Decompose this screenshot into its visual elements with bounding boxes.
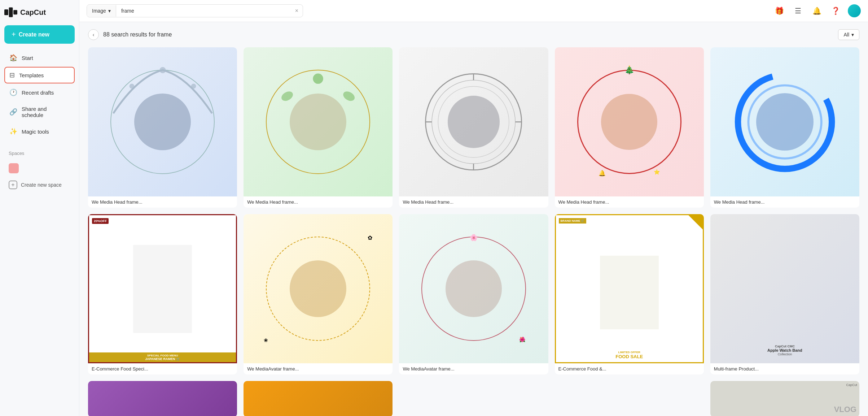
share-icon: 🔗 bbox=[9, 108, 17, 116]
user-avatar[interactable] bbox=[848, 4, 861, 17]
templates-grid: We Media Head frame... bbox=[88, 47, 859, 208]
card-label: We MediaAvatar frame... bbox=[399, 363, 548, 374]
template-card[interactable]: We Media Head frame... bbox=[710, 47, 859, 208]
space-item[interactable] bbox=[4, 160, 75, 176]
card-thumbnail: BRAND NAME 🛒 LIMITED OFFER FOOD SALE bbox=[555, 214, 704, 363]
app-logo[interactable]: CapCut bbox=[4, 6, 75, 19]
svg-rect-2 bbox=[13, 10, 17, 15]
templates-grid-row3: CapCut VLOG bbox=[88, 381, 859, 416]
svg-point-9 bbox=[426, 74, 522, 170]
spaces-label: Spaces bbox=[4, 149, 75, 157]
template-card[interactable]: 20%OFF SPECIAL FOOD MENU JAPANESE RAMEN … bbox=[88, 214, 237, 374]
results-header: ‹ 88 search results for frame All ▾ bbox=[88, 29, 859, 40]
card-thumbnail: 🌸 🌺 bbox=[399, 214, 548, 363]
sidebar-item-share-schedule[interactable]: 🔗 Share and schedule bbox=[4, 101, 75, 122]
template-card[interactable]: We Media Head frame... bbox=[88, 47, 237, 208]
card-label: We Media Head frame... bbox=[555, 196, 704, 208]
card-label: Multi-frame Product... bbox=[710, 363, 859, 374]
filter-chevron-icon: ▾ bbox=[851, 32, 854, 38]
card-label: E-Commerce Food Speci... bbox=[88, 363, 237, 374]
home-icon: 🏠 bbox=[9, 54, 17, 62]
header-icons: 🎁 ☰ 🔔 ❓ bbox=[773, 4, 861, 17]
card-thumbnail bbox=[244, 47, 393, 196]
back-icon: ‹ bbox=[93, 32, 95, 38]
svg-point-10 bbox=[432, 80, 515, 164]
svg-point-8 bbox=[342, 90, 356, 103]
card-label: We MediaAvatar frame... bbox=[244, 363, 393, 374]
template-card[interactable]: CapCut VLOG bbox=[710, 381, 859, 416]
back-button[interactable]: ‹ bbox=[88, 29, 99, 40]
search-type-select[interactable]: Image ▾ bbox=[87, 5, 116, 17]
card-thumbnail: 🎄 🔔 ⭐ bbox=[555, 47, 704, 196]
template-card[interactable]: CapCut CMC Apple Watch Band Collection M… bbox=[710, 214, 859, 374]
results-text: 88 search results for frame bbox=[103, 31, 172, 38]
card-thumbnail: CapCut VLOG bbox=[710, 381, 859, 416]
template-card[interactable] bbox=[88, 381, 237, 416]
badge-bottom: SPECIAL FOOD MENU JAPANESE RAMEN 🛒 bbox=[89, 352, 236, 362]
card-thumbnail bbox=[710, 47, 859, 196]
sidebar-item-share-schedule-label: Share and schedule bbox=[22, 106, 70, 118]
header: Image ▾ × 🎁 ☰ 🔔 ❓ bbox=[79, 0, 868, 22]
card-label: We Media Head frame... bbox=[710, 196, 859, 208]
search-type-label: Image bbox=[92, 8, 106, 14]
svg-point-11 bbox=[438, 86, 509, 157]
create-space-label: Create new space bbox=[21, 182, 62, 188]
sidebar-item-start[interactable]: 🏠 Start bbox=[4, 49, 75, 66]
create-new-button[interactable]: + Create new bbox=[4, 25, 75, 44]
search-input[interactable] bbox=[116, 5, 291, 17]
svg-point-5 bbox=[191, 84, 196, 89]
menu-button[interactable]: ☰ bbox=[792, 4, 805, 17]
card-label: We Media Head frame... bbox=[244, 196, 393, 208]
results-nav: ‹ 88 search results for frame bbox=[88, 29, 172, 40]
template-card[interactable]: We Media Head frame... bbox=[399, 47, 548, 208]
main-content: Image ▾ × 🎁 ☰ 🔔 ❓ ‹ 88 search results fo… bbox=[79, 0, 868, 416]
sidebar-item-recent-drafts-label: Recent drafts bbox=[22, 90, 54, 96]
content-area: ‹ 88 search results for frame All ▾ bbox=[79, 22, 868, 416]
filter-label: All bbox=[843, 32, 849, 38]
search-type-chevron-icon: ▾ bbox=[108, 8, 111, 14]
card-label: E-Commerce Food &... bbox=[555, 363, 704, 374]
logo-icon bbox=[4, 7, 17, 17]
templates-grid-row2: 20%OFF SPECIAL FOOD MENU JAPANESE RAMEN … bbox=[88, 214, 859, 374]
card-thumbnail bbox=[399, 47, 548, 196]
svg-point-16 bbox=[738, 75, 832, 169]
card-label: We Media Head frame... bbox=[88, 196, 237, 208]
sidebar-item-magic-tools[interactable]: ✨ Magic tools bbox=[4, 123, 75, 140]
filter-button[interactable]: All ▾ bbox=[838, 29, 859, 40]
card-thumbnail bbox=[88, 381, 237, 416]
template-card[interactable] bbox=[244, 381, 393, 416]
app-name: CapCut bbox=[20, 8, 46, 17]
card-thumbnail bbox=[88, 47, 237, 196]
magic-icon: ✨ bbox=[9, 127, 17, 135]
svg-point-7 bbox=[280, 90, 295, 103]
sidebar-item-templates[interactable]: ⊟ Templates bbox=[4, 67, 75, 83]
create-space-plus-icon: + bbox=[9, 181, 17, 189]
gift-button[interactable]: 🎁 bbox=[773, 4, 786, 17]
space-avatar bbox=[9, 163, 19, 173]
templates-icon: ⊟ bbox=[9, 71, 15, 79]
template-card[interactable]: ✿ ❀ We MediaAvatar frame... bbox=[244, 214, 393, 374]
search-bar: Image ▾ × bbox=[87, 4, 303, 17]
notification-button[interactable]: 🔔 bbox=[810, 4, 823, 17]
vlog-label: VLOG bbox=[834, 405, 856, 414]
search-clear-button[interactable]: × bbox=[291, 5, 303, 17]
svg-point-6 bbox=[313, 74, 324, 84]
card-thumbnail: CapCut CMC Apple Watch Band Collection bbox=[710, 214, 859, 363]
spaces-section: Spaces + Create new space bbox=[4, 149, 75, 192]
card-thumbnail: ✿ ❀ bbox=[244, 214, 393, 363]
help-button[interactable]: ❓ bbox=[829, 4, 842, 17]
svg-point-4 bbox=[159, 67, 166, 73]
create-space-button[interactable]: + Create new space bbox=[4, 178, 75, 192]
plus-icon: + bbox=[12, 30, 16, 39]
template-card[interactable]: 🌸 🌺 We MediaAvatar frame... bbox=[399, 214, 548, 374]
clock-icon: 🕐 bbox=[9, 88, 17, 96]
template-card[interactable]: BRAND NAME 🛒 LIMITED OFFER FOOD SALE E-C… bbox=[555, 214, 704, 374]
template-card[interactable]: 🎄 🔔 ⭐ We Media Head frame... bbox=[555, 47, 704, 208]
template-card[interactable]: We Media Head frame... bbox=[244, 47, 393, 208]
sidebar-item-recent-drafts[interactable]: 🕐 Recent drafts bbox=[4, 84, 75, 101]
sidebar: CapCut + Create new 🏠 Start ⊟ Templates … bbox=[0, 0, 79, 416]
card-thumbnail: 20%OFF SPECIAL FOOD MENU JAPANESE RAMEN … bbox=[88, 214, 237, 363]
svg-rect-0 bbox=[4, 9, 8, 15]
svg-rect-1 bbox=[9, 8, 13, 17]
badge-20off: 20%OFF bbox=[92, 218, 109, 224]
